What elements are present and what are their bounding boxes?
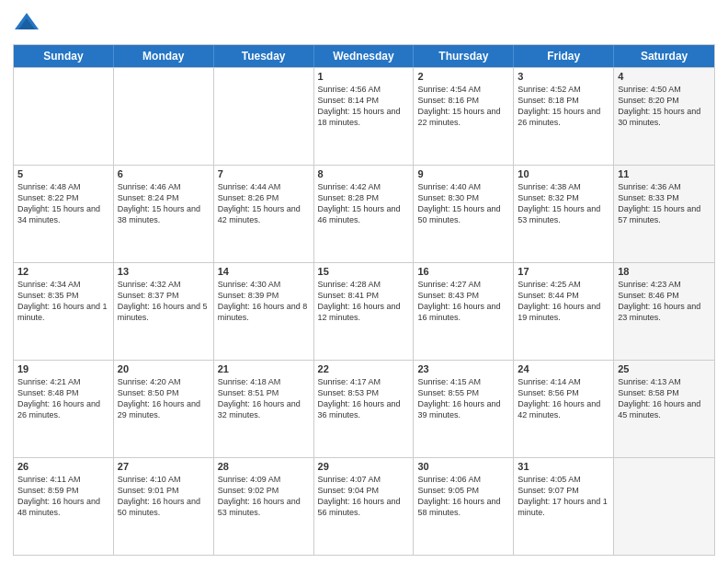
day-number: 23	[417, 363, 509, 374]
day-number: 6	[118, 168, 210, 179]
sunrise-text: Sunrise: 4:13 AM	[618, 376, 711, 387]
sunrise-text: Sunrise: 4:46 AM	[118, 181, 210, 192]
calendar-day-5: 5Sunrise: 4:48 AMSunset: 8:22 PMDaylight…	[14, 166, 114, 262]
daylight-text: Daylight: 15 hours and 26 minutes.	[518, 106, 609, 128]
calendar-day-21: 21Sunrise: 4:18 AMSunset: 8:51 PMDayligh…	[214, 361, 314, 457]
sunset-text: Sunset: 8:35 PM	[17, 290, 109, 301]
sunset-text: Sunset: 8:14 PM	[318, 95, 410, 106]
day-number: 14	[218, 266, 310, 277]
sunset-text: Sunset: 8:26 PM	[218, 192, 310, 203]
daylight-text: Daylight: 16 hours and 19 minutes.	[518, 301, 609, 323]
sunrise-text: Sunrise: 4:50 AM	[618, 84, 711, 95]
sunrise-text: Sunrise: 4:18 AM	[218, 376, 310, 387]
daylight-text: Daylight: 16 hours and 5 minutes.	[118, 301, 210, 323]
daylight-text: Daylight: 15 hours and 53 minutes.	[518, 203, 609, 225]
calendar-week-3: 12Sunrise: 4:34 AMSunset: 8:35 PMDayligh…	[14, 262, 714, 360]
sunset-text: Sunset: 8:59 PM	[17, 485, 109, 496]
sunset-text: Sunset: 8:58 PM	[618, 387, 711, 398]
header-day-friday: Friday	[514, 45, 614, 67]
sunset-text: Sunset: 9:02 PM	[218, 485, 310, 496]
calendar-day-26: 26Sunrise: 4:11 AMSunset: 8:59 PMDayligh…	[14, 458, 114, 555]
daylight-text: Daylight: 16 hours and 39 minutes.	[417, 398, 509, 420]
header-day-saturday: Saturday	[614, 45, 714, 67]
sunrise-text: Sunrise: 4:14 AM	[518, 376, 609, 387]
header-day-tuesday: Tuesday	[214, 45, 314, 67]
day-number: 31	[518, 461, 609, 472]
day-number: 16	[417, 266, 509, 277]
calendar-week-5: 26Sunrise: 4:11 AMSunset: 8:59 PMDayligh…	[14, 457, 714, 555]
calendar-day-27: 27Sunrise: 4:10 AMSunset: 9:01 PMDayligh…	[114, 458, 214, 555]
day-number: 27	[118, 461, 210, 472]
sunset-text: Sunset: 9:07 PM	[518, 485, 609, 496]
calendar-day-6: 6Sunrise: 4:46 AMSunset: 8:24 PMDaylight…	[114, 166, 214, 262]
calendar-day-empty	[14, 68, 114, 165]
daylight-text: Daylight: 16 hours and 53 minutes.	[218, 496, 310, 518]
calendar-day-9: 9Sunrise: 4:40 AMSunset: 8:30 PMDaylight…	[414, 166, 514, 262]
daylight-text: Daylight: 16 hours and 8 minutes.	[218, 301, 310, 323]
calendar-day-17: 17Sunrise: 4:25 AMSunset: 8:44 PMDayligh…	[514, 263, 614, 360]
calendar-body: 1Sunrise: 4:56 AMSunset: 8:14 PMDaylight…	[14, 67, 714, 555]
calendar-day-14: 14Sunrise: 4:30 AMSunset: 8:39 PMDayligh…	[214, 263, 314, 360]
calendar-day-16: 16Sunrise: 4:27 AMSunset: 8:43 PMDayligh…	[414, 263, 514, 360]
calendar-day-empty	[114, 68, 214, 165]
day-number: 1	[318, 71, 410, 82]
calendar-day-25: 25Sunrise: 4:13 AMSunset: 8:58 PMDayligh…	[614, 361, 714, 457]
sunrise-text: Sunrise: 4:10 AM	[118, 474, 210, 485]
sunset-text: Sunset: 8:43 PM	[417, 290, 509, 301]
calendar-day-23: 23Sunrise: 4:15 AMSunset: 8:55 PMDayligh…	[414, 361, 514, 457]
sunrise-text: Sunrise: 4:17 AM	[318, 376, 410, 387]
calendar-day-3: 3Sunrise: 4:52 AMSunset: 8:18 PMDaylight…	[514, 68, 614, 165]
sunrise-text: Sunrise: 4:38 AM	[518, 181, 609, 192]
sunrise-text: Sunrise: 4:28 AM	[318, 279, 410, 290]
day-number: 8	[318, 168, 410, 179]
calendar-day-10: 10Sunrise: 4:38 AMSunset: 8:32 PMDayligh…	[514, 166, 614, 262]
calendar-day-13: 13Sunrise: 4:32 AMSunset: 8:37 PMDayligh…	[114, 263, 214, 360]
header-day-monday: Monday	[114, 45, 214, 67]
daylight-text: Daylight: 16 hours and 23 minutes.	[618, 301, 711, 323]
sunset-text: Sunset: 8:51 PM	[218, 387, 310, 398]
day-number: 22	[318, 363, 410, 374]
daylight-text: Daylight: 16 hours and 1 minute.	[17, 301, 109, 323]
sunrise-text: Sunrise: 4:07 AM	[318, 474, 410, 485]
sunset-text: Sunset: 8:48 PM	[17, 387, 109, 398]
calendar-day-22: 22Sunrise: 4:17 AMSunset: 8:53 PMDayligh…	[314, 361, 415, 457]
calendar-day-24: 24Sunrise: 4:14 AMSunset: 8:56 PMDayligh…	[514, 361, 614, 457]
sunrise-text: Sunrise: 4:11 AM	[17, 474, 109, 485]
daylight-text: Daylight: 15 hours and 18 minutes.	[318, 106, 410, 128]
daylight-text: Daylight: 15 hours and 30 minutes.	[618, 106, 711, 128]
day-number: 11	[618, 168, 711, 179]
calendar-week-1: 1Sunrise: 4:56 AMSunset: 8:14 PMDaylight…	[14, 67, 714, 165]
sunrise-text: Sunrise: 4:52 AM	[518, 84, 609, 95]
calendar: SundayMondayTuesdayWednesdayThursdayFrid…	[13, 44, 715, 556]
sunset-text: Sunset: 8:50 PM	[118, 387, 210, 398]
day-number: 4	[618, 71, 711, 82]
sunrise-text: Sunrise: 4:21 AM	[17, 376, 109, 387]
daylight-text: Daylight: 16 hours and 26 minutes.	[17, 398, 109, 420]
sunset-text: Sunset: 8:46 PM	[618, 290, 711, 301]
sunrise-text: Sunrise: 4:20 AM	[118, 376, 210, 387]
header-day-thursday: Thursday	[414, 45, 514, 67]
sunset-text: Sunset: 8:28 PM	[318, 192, 410, 203]
day-number: 30	[417, 461, 509, 472]
sunrise-text: Sunrise: 4:48 AM	[17, 181, 109, 192]
daylight-text: Daylight: 16 hours and 56 minutes.	[318, 496, 410, 518]
sunrise-text: Sunrise: 4:09 AM	[218, 474, 310, 485]
day-number: 25	[618, 363, 711, 374]
calendar-day-29: 29Sunrise: 4:07 AMSunset: 9:04 PMDayligh…	[314, 458, 415, 555]
day-number: 17	[518, 266, 609, 277]
day-number: 15	[318, 266, 410, 277]
day-number: 5	[17, 168, 109, 179]
sunrise-text: Sunrise: 4:54 AM	[417, 84, 509, 95]
sunrise-text: Sunrise: 4:15 AM	[417, 376, 509, 387]
calendar-day-19: 19Sunrise: 4:21 AMSunset: 8:48 PMDayligh…	[14, 361, 114, 457]
sunset-text: Sunset: 9:01 PM	[118, 485, 210, 496]
day-number: 3	[518, 71, 609, 82]
sunrise-text: Sunrise: 4:56 AM	[318, 84, 410, 95]
daylight-text: Daylight: 16 hours and 48 minutes.	[17, 496, 109, 518]
header-day-sunday: Sunday	[14, 45, 114, 67]
daylight-text: Daylight: 15 hours and 46 minutes.	[318, 203, 410, 225]
calendar-day-1: 1Sunrise: 4:56 AMSunset: 8:14 PMDaylight…	[314, 68, 415, 165]
logo-icon	[13, 9, 40, 37]
calendar-day-empty	[214, 68, 314, 165]
daylight-text: Daylight: 17 hours and 1 minute.	[518, 496, 609, 518]
